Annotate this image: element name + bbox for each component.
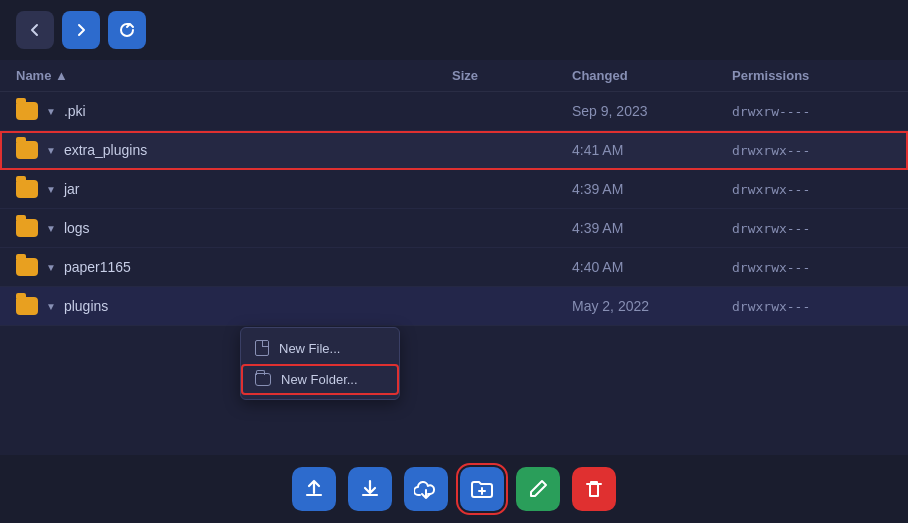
refresh-button[interactable] [108,11,146,49]
expand-icon: ▼ [46,262,56,273]
forward-button[interactable] [62,11,100,49]
file-changed: 4:40 AM [572,259,732,275]
file-name-label: .pki [64,103,86,119]
table-row[interactable]: ▼ extra_plugins 4:41 AM drwxrwx--- [0,131,908,170]
top-toolbar [0,0,908,60]
bottom-toolbar [0,455,908,523]
expand-icon: ▼ [46,223,56,234]
file-permissions: drwxrwx--- [732,299,892,314]
folder-icon [16,258,38,276]
folder-icon [16,297,38,315]
folder-icon [16,180,38,198]
file-name-cell: ▼ extra_plugins [16,141,452,159]
file-changed: 4:39 AM [572,220,732,236]
expand-icon: ▼ [46,106,56,117]
table-row[interactable]: ▼ jar 4:39 AM drwxrwx--- [0,170,908,209]
file-changed: May 2, 2022 [572,298,732,314]
back-button[interactable] [16,11,54,49]
table-row[interactable]: ▼ plugins May 2, 2022 drwxrwx--- New Fil… [0,287,908,326]
cloud-download-button[interactable] [404,467,448,511]
header-size: Size [452,68,572,83]
header-permissions: Permissions [732,68,892,83]
edit-button[interactable] [516,467,560,511]
file-name-cell: ▼ jar [16,180,452,198]
file-permissions: drwxrwx--- [732,260,892,275]
new-file-label: New File... [279,341,340,356]
expand-icon: ▼ [46,184,56,195]
file-name-cell: ▼ logs [16,219,452,237]
new-folder-button[interactable] [460,467,504,511]
file-permissions: drwxrwx--- [732,221,892,236]
table-row[interactable]: ▼ paper1165 4:40 AM drwxrwx--- [0,248,908,287]
file-permissions: drwxrwx--- [732,182,892,197]
new-folder-label: New Folder... [281,372,358,387]
download-button[interactable] [348,467,392,511]
file-name-label: extra_plugins [64,142,147,158]
upload-button[interactable] [292,467,336,511]
folder-icon [16,141,38,159]
file-name-label: jar [64,181,80,197]
table-row[interactable]: ▼ logs 4:39 AM drwxrwx--- [0,209,908,248]
file-permissions: drwxrwx--- [732,143,892,158]
new-folder-icon [255,373,271,386]
file-changed: 4:39 AM [572,181,732,197]
file-name-label: paper1165 [64,259,131,275]
file-name-label: logs [64,220,90,236]
context-menu: New File... New Folder... [240,327,400,400]
file-list: ▼ .pki Sep 9, 2023 drwxrw---- ▼ extra_pl… [0,92,908,455]
file-name-label: plugins [64,298,108,314]
file-permissions: drwxrw---- [732,104,892,119]
file-changed: 4:41 AM [572,142,732,158]
file-name-cell: ▼ .pki [16,102,452,120]
table-row[interactable]: ▼ .pki Sep 9, 2023 drwxrw---- [0,92,908,131]
context-new-file[interactable]: New File... [241,332,399,364]
file-changed: Sep 9, 2023 [572,103,732,119]
context-new-folder[interactable]: New Folder... [241,364,399,395]
header-name: Name ▲ [16,68,452,83]
header-changed: Changed [572,68,732,83]
file-list-header: Name ▲ Size Changed Permissions [0,60,908,92]
new-file-icon [255,340,269,356]
file-name-cell: ▼ paper1165 [16,258,452,276]
main-content: Name ▲ Size Changed Permissions ▼ .pki S… [0,60,908,455]
folder-icon [16,219,38,237]
expand-icon: ▼ [46,301,56,312]
folder-icon [16,102,38,120]
expand-icon: ▼ [46,145,56,156]
file-name-cell: ▼ plugins [16,297,452,315]
delete-button[interactable] [572,467,616,511]
